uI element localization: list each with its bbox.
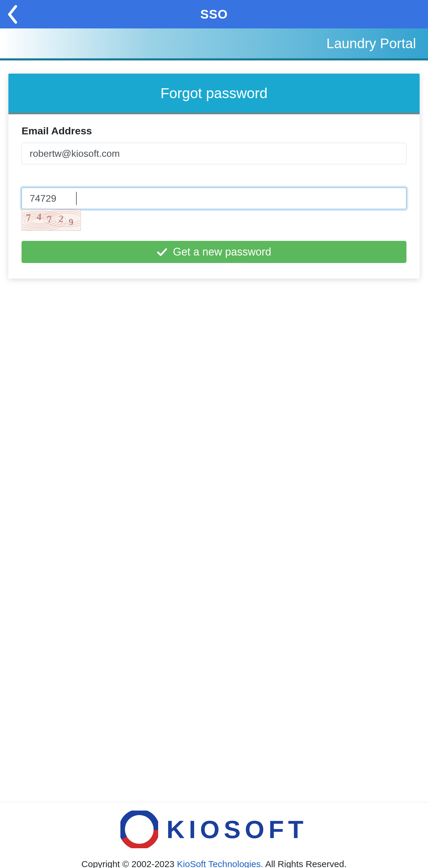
portal-banner: Laundry Portal <box>0 28 428 60</box>
nav-title: SSO <box>200 7 228 22</box>
back-icon <box>6 5 19 24</box>
card-title: Forgot password <box>8 85 420 101</box>
svg-point-14 <box>130 819 149 839</box>
card-header: Forgot password <box>8 73 420 114</box>
page-footer: KIOSOFT Copyright © 2002-2023 KioSoft Te… <box>0 802 428 868</box>
submit-label: Get a new password <box>173 246 271 258</box>
copyright-suffix: All Rights Reserved. <box>263 859 346 868</box>
email-label: Email Address <box>22 125 406 137</box>
email-input[interactable] <box>22 143 406 164</box>
forgot-password-card: Forgot password Email Address <box>8 73 420 279</box>
portal-label: Laundry Portal <box>326 35 416 52</box>
submit-button[interactable]: Get a new password <box>22 241 406 263</box>
copyright-prefix: Copyright © 2002-2023 <box>82 859 177 868</box>
kiosoft-logo-icon <box>120 811 158 848</box>
company-link[interactable]: KioSoft Technologies. <box>177 859 263 868</box>
footer-copyright: Copyright © 2002-2023 KioSoft Technologi… <box>0 859 428 868</box>
check-icon <box>156 247 167 257</box>
kiosoft-logo-text: KIOSOFT <box>167 815 308 844</box>
captcha-svg: 7 4 7 2 9 <box>22 210 81 230</box>
captcha-image[interactable]: 7 4 7 2 9 <box>22 209 81 231</box>
footer-logo: KIOSOFT <box>0 811 428 848</box>
back-button[interactable] <box>6 0 19 28</box>
captcha-input[interactable] <box>22 188 406 209</box>
app-navbar: SSO <box>0 0 428 28</box>
